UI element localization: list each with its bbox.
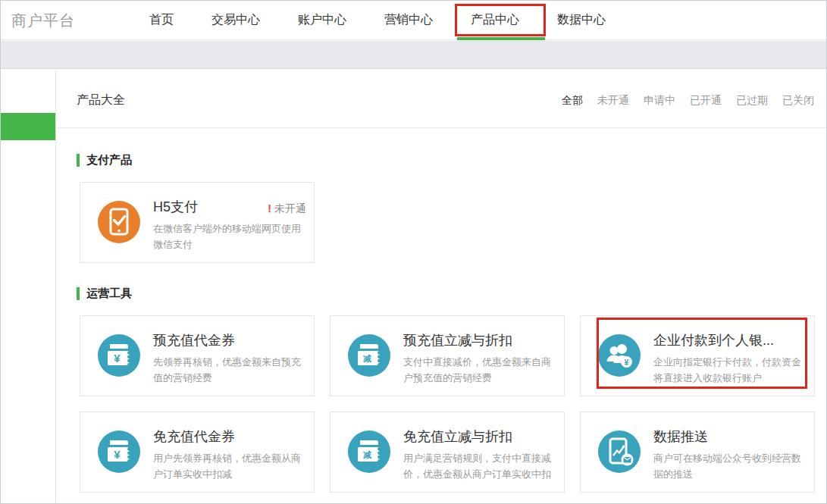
product-card-title: 预充值代金券 xyxy=(153,331,235,349)
coupon-minus-icon: 减 xyxy=(348,430,390,473)
svg-text:¥: ¥ xyxy=(625,358,629,367)
svg-text:减: 减 xyxy=(363,354,371,363)
product-card[interactable]: 减预充值立减与折扣支付中直接减价，优惠金额来自商户预充值的营销经费 xyxy=(330,315,565,396)
product-card-description: 先领券再核销，优惠金额来自预充值的营销经费 xyxy=(153,354,306,386)
page-title: 产品大全 xyxy=(77,92,125,108)
section-2: 运营工具 ¥预充值代金券先领券再核销，优惠金额来自预充值的营销经费 减预充值立减… xyxy=(57,286,826,493)
coupon-yen-icon: ¥ xyxy=(98,334,140,377)
svg-text:¥: ¥ xyxy=(114,352,121,365)
section-accent-bar xyxy=(77,154,80,167)
phone-chart-push-icon xyxy=(598,430,641,473)
product-card[interactable]: 减免充值立减与折扣用户满足营销规则，支付中直接减价，优惠金额从商户订单实收中扣 xyxy=(330,412,565,493)
main-content: 产品大全 全部未开通申请中已开通已过期已关闭 支付产品 H5支付!未开通在微信客… xyxy=(57,69,826,503)
filter-item-1[interactable]: 全部 xyxy=(562,94,583,108)
section-title: 支付产品 xyxy=(86,153,132,167)
product-card-description: 商户可在移动端公众号收到经营数据的推送 xyxy=(653,450,807,482)
status-badge: !未开通 xyxy=(268,202,306,216)
phone-check-icon xyxy=(98,201,140,243)
card-grid: ¥预充值代金券先领券再核销，优惠金额来自预充值的营销经费 减预充值立减与折扣支付… xyxy=(80,315,816,493)
product-card-description: 用户满足营销规则，支付中直接减价，优惠金额从商户订单实收中扣 xyxy=(403,450,556,482)
section-title: 运营工具 xyxy=(86,286,132,301)
product-card[interactable]: ¥企业付款到个人银...企业向指定银行卡付款，付款资金将直接进入收款银行账户 xyxy=(580,315,815,396)
nav-item-3[interactable]: 账户中心 xyxy=(281,1,363,40)
product-card-title: 数据推送 xyxy=(653,427,708,446)
nav-item-1[interactable]: 首页 xyxy=(133,1,190,40)
status-text: 未开通 xyxy=(274,202,306,214)
section-1: 支付产品 H5支付!未开通在微信客户端外的移动端网页使用微信支付 xyxy=(57,153,826,263)
filter-item-5[interactable]: 已过期 xyxy=(736,94,768,108)
product-card[interactable]: ¥预充值代金券先领券再核销，优惠金额来自预充值的营销经费 xyxy=(80,315,315,396)
product-card-title: 企业付款到个人银... xyxy=(653,331,774,349)
nav-item-label: 产品中心 xyxy=(471,13,519,26)
nav-item-label: 数据中心 xyxy=(557,13,606,26)
coupon-yen-icon: ¥ xyxy=(98,430,140,473)
coupon-minus-icon: 减 xyxy=(348,334,390,377)
product-card-description: 企业向指定银行卡付款，付款资金将直接进入收款银行账户 xyxy=(653,354,807,386)
product-card-title: 预充值立减与折扣 xyxy=(403,331,512,349)
product-card-description: 在微信客户端外的移动端网页使用微信支付 xyxy=(153,221,306,252)
product-card[interactable]: ¥免充值代金券用户先领券再核销，优惠金额从商户订单实收中扣减 xyxy=(80,412,315,493)
subnav-band xyxy=(1,41,826,69)
nav-item-2[interactable]: 交易中心 xyxy=(195,1,277,40)
top-nav: 首页交易中心账户中心营销中心产品中心数据中心 xyxy=(133,1,622,40)
status-filters: 全部未开通申请中已开通已过期已关闭 xyxy=(562,94,814,108)
filter-item-4[interactable]: 已开通 xyxy=(690,94,722,108)
product-card-description: 用户先领券再核销，优惠金额从商户订单实收中扣减 xyxy=(153,450,306,482)
section-header: 运营工具 xyxy=(77,286,826,300)
product-card-title: 免充值立减与折扣 xyxy=(403,427,512,446)
page: 商户平台 首页交易中心账户中心营销中心产品中心数据中心 产品大全 全部未开通申请… xyxy=(0,0,827,504)
product-card[interactable]: 数据推送商户可在移动端公众号收到经营数据的推送 xyxy=(580,412,815,493)
top-header: 商户平台 首页交易中心账户中心营销中心产品中心数据中心 xyxy=(1,1,826,40)
card-grid: H5支付!未开通在微信客户端外的移动端网页使用微信支付 xyxy=(80,182,816,263)
active-tab-underline xyxy=(457,37,545,40)
section-accent-bar xyxy=(77,287,80,300)
sidebar-active-item[interactable] xyxy=(1,113,55,140)
nav-item-4[interactable]: 营销中心 xyxy=(368,1,450,40)
section-header: 支付产品 xyxy=(77,153,826,167)
people-yen-icon: ¥ xyxy=(598,334,641,377)
status-exclamation-icon: ! xyxy=(268,202,271,214)
product-card-description: 支付中直接减价，优惠金额来自商户预充值的营销经费 xyxy=(403,354,556,386)
nav-item-label: 账户中心 xyxy=(298,13,346,26)
filter-item-2[interactable]: 未开通 xyxy=(597,94,629,108)
product-card-title: H5支付 xyxy=(153,198,198,216)
product-card-title: 免充值代金券 xyxy=(153,427,235,446)
product-card[interactable]: H5支付!未开通在微信客户端外的移动端网页使用微信支付 xyxy=(80,182,315,263)
product-sections: 支付产品 H5支付!未开通在微信客户端外的移动端网页使用微信支付运营工具 ¥预充… xyxy=(57,153,826,493)
nav-item-label: 首页 xyxy=(149,13,174,26)
nav-item-6[interactable]: 数据中心 xyxy=(540,1,622,40)
app-logo: 商户平台 xyxy=(11,11,75,31)
nav-item-label: 交易中心 xyxy=(211,13,260,26)
nav-item-label: 营销中心 xyxy=(384,13,433,26)
svg-text:减: 减 xyxy=(363,450,371,459)
sidebar xyxy=(1,69,56,503)
filter-item-3[interactable]: 申请中 xyxy=(644,94,675,108)
page-title-row: 产品大全 全部未开通申请中已开通已过期已关闭 xyxy=(57,69,826,128)
nav-item-5[interactable]: 产品中心 xyxy=(454,1,536,40)
filter-item-6[interactable]: 已关闭 xyxy=(782,94,814,108)
svg-text:¥: ¥ xyxy=(114,448,121,461)
